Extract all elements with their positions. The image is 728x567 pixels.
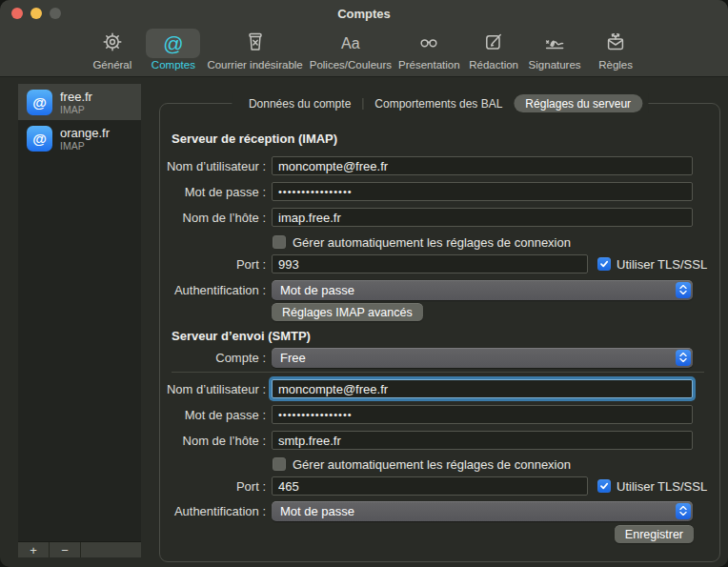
imap-port-label: Port : [160, 257, 266, 272]
imap-auth-popup[interactable]: Mot de passe [272, 280, 693, 300]
sidebar-account-orange[interactable]: @ orange.fr IMAP [18, 120, 141, 156]
account-name: free.fr [60, 90, 92, 104]
smtp-tls-checkbox[interactable] [597, 479, 611, 493]
smtp-password-input[interactable] [272, 405, 693, 424]
smtp-port-row: Port : Utiliser TLS/SSL [160, 476, 693, 496]
preferences-toolbar: Général @ Comptes Courrier indésirable A… [0, 29, 728, 71]
imap-advanced-settings-button[interactable]: Réglages IMAP avancés [272, 303, 423, 321]
smtp-divider [172, 372, 704, 373]
popup-stepper-icon [676, 350, 691, 366]
toolbar-label: Rédaction [469, 59, 518, 71]
smtp-tls-group: Utiliser TLS/SSL [597, 479, 707, 494]
toolbar-item-accounts[interactable]: @ Comptes [146, 29, 200, 71]
smtp-tls-label: Utiliser TLS/SSL [617, 479, 707, 494]
sidebar-bar-filler [81, 542, 141, 557]
tab-mailbox-behaviors[interactable]: Comportements des BAL [363, 94, 514, 112]
gear-icon [101, 30, 124, 57]
accounts-sidebar: @ free.fr IMAP @ orange.fr IMAP + − [18, 84, 141, 557]
imap-auto-manage-row: Gérer automatiquement les réglages de co… [273, 234, 571, 250]
toolbar-label: Général [92, 59, 131, 71]
save-button[interactable]: Enregistrer [615, 525, 694, 543]
imap-section-heading: Serveur de réception (IMAP) [172, 132, 337, 146]
imap-auto-manage-checkbox[interactable] [273, 235, 286, 249]
preferences-window: Comptes Général @ Comptes Courrier indés… [0, 0, 728, 567]
toolbar-item-rules[interactable]: Règles [589, 29, 643, 71]
account-protocol: IMAP [60, 140, 110, 152]
sidebar-account-free[interactable]: @ free.fr IMAP [18, 84, 141, 120]
imap-username-row: Nom d’utilisateur : [160, 156, 693, 175]
smtp-port-label: Port : [160, 479, 266, 494]
smtp-username-row: Nom d’utilisateur : [160, 379, 693, 398]
account-at-icon: @ [27, 90, 52, 115]
smtp-auth-popup[interactable]: Mot de passe [272, 501, 693, 521]
imap-auth-label: Authentification : [160, 283, 266, 297]
imap-password-input[interactable] [272, 182, 693, 201]
compose-icon [482, 30, 505, 57]
smtp-password-label: Mot de passe : [160, 408, 266, 422]
smtp-auth-value: Mot de passe [280, 504, 354, 518]
imap-username-input[interactable] [272, 156, 693, 175]
tab-server-settings[interactable]: Réglages du serveur [514, 94, 642, 112]
imap-host-row: Nom de l’hôte : [160, 208, 693, 227]
smtp-auth-label: Authentification : [160, 504, 266, 518]
imap-port-input[interactable] [272, 254, 588, 273]
smtp-host-label: Nom de l’hôte : [160, 434, 266, 448]
toolbar-item-signatures[interactable]: Signatures [528, 29, 582, 71]
smtp-host-input[interactable] [272, 431, 693, 450]
junk-trash-icon [244, 30, 267, 57]
popup-stepper-icon [676, 503, 691, 519]
toolbar-label: Règles [598, 59, 633, 71]
toolbar-label: Présentation [398, 59, 460, 71]
toolbar-label: Courrier indésirable [207, 59, 302, 71]
imap-tls-checkbox[interactable] [597, 257, 611, 271]
add-account-button[interactable]: + [18, 542, 50, 557]
server-settings-panel: Données du compte Comportements des BAL … [159, 103, 720, 562]
rules-envelope-icon [604, 30, 627, 57]
toolbar-label: Signatures [529, 59, 581, 71]
checkmark-icon [599, 259, 609, 269]
toolbar-item-viewing[interactable]: Présentation [398, 29, 460, 71]
sidebar-actions-bar: + − [18, 541, 141, 557]
window-title: Comptes [0, 7, 728, 21]
smtp-account-popup[interactable]: Free [272, 348, 693, 368]
smtp-port-input[interactable] [272, 476, 588, 496]
smtp-auto-manage-label: Gérer automatiquement les réglages de co… [293, 457, 571, 472]
imap-password-row: Mot de passe : [160, 182, 693, 201]
smtp-account-row: Compte : Free [160, 348, 693, 367]
toolbar-item-junk[interactable]: Courrier indésirable [207, 29, 302, 71]
imap-tls-group: Utiliser TLS/SSL [597, 257, 707, 272]
smtp-password-row: Mot de passe : [160, 405, 693, 424]
tab-account-information[interactable]: Données du compte [237, 94, 362, 112]
window-chrome: Comptes Général @ Comptes Courrier indés… [0, 0, 728, 77]
toolbar-item-fonts-colors[interactable]: Aa Polices/Couleurs [310, 29, 392, 71]
toolbar-item-composing[interactable]: Rédaction [467, 29, 521, 71]
smtp-username-label: Nom d’utilisateur : [160, 382, 266, 396]
toolbar-label: Comptes [152, 59, 195, 71]
imap-host-input[interactable] [272, 208, 693, 227]
toolbar-item-general[interactable]: Général [85, 29, 139, 71]
toolbar-label: Polices/Couleurs [310, 59, 392, 71]
glasses-icon [416, 30, 441, 57]
at-icon: @ [163, 33, 183, 53]
smtp-auth-row: Authentification : Mot de passe [160, 501, 693, 520]
imap-port-row: Port : Utiliser TLS/SSL [160, 254, 693, 273]
signature-icon [542, 30, 567, 57]
checkmark-icon [599, 481, 609, 491]
imap-auth-value: Mot de passe [280, 283, 354, 297]
imap-auto-manage-label: Gérer automatiquement les réglages de co… [293, 235, 571, 250]
popup-stepper-icon [676, 282, 691, 298]
account-at-icon: @ [27, 126, 52, 152]
smtp-auto-manage-row: Gérer automatiquement les réglages de co… [273, 456, 571, 472]
fonts-icon: Aa [341, 35, 360, 52]
smtp-auto-manage-checkbox[interactable] [273, 457, 286, 471]
smtp-section-heading: Serveur d’envoi (SMTP) [172, 329, 311, 343]
remove-account-button[interactable]: − [50, 542, 81, 557]
smtp-host-row: Nom de l’hôte : [160, 431, 693, 450]
smtp-account-label: Compte : [160, 351, 266, 365]
imap-host-label: Nom de l’hôte : [160, 211, 266, 225]
smtp-account-value: Free [280, 351, 306, 365]
smtp-username-input[interactable] [272, 379, 693, 398]
account-tabs: Données du compte Comportements des BAL … [232, 93, 648, 113]
imap-tls-label: Utiliser TLS/SSL [617, 257, 707, 272]
imap-username-label: Nom d’utilisateur : [160, 159, 266, 173]
